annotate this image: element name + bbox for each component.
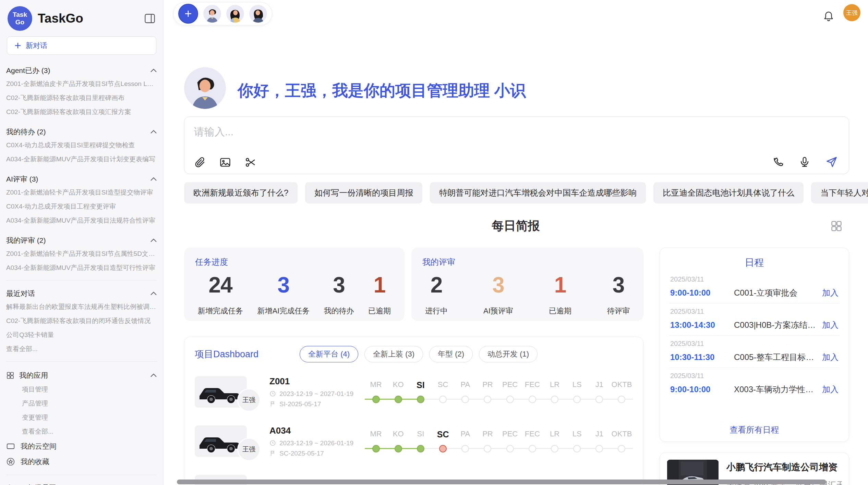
milestone-label: PA [454,430,477,439]
dashboard-filter-chip[interactable]: 年型 (2) [429,346,473,362]
dashboard-filter-chip[interactable]: 全新平台 (4) [300,346,358,362]
agent-avatar-2[interactable] [226,5,244,23]
send-icon[interactable] [825,156,838,168]
sidebar-item[interactable]: A034-全新新能源MUV产品开发项目法规符合性评审 [6,213,157,227]
milestone-dots [365,395,633,404]
news-title: 小鹏飞行汽车制造公司增资 [726,461,842,473]
sidebar-item[interactable]: C0X4-动力总成开发项目SI里程碑提交物检查 [6,138,157,152]
notification-bell-icon[interactable] [823,10,834,21]
new-chat-button[interactable]: 新对话 [7,36,156,55]
dashboard-filter-chip[interactable]: 动总开发 (1) [479,346,538,362]
suggestion-chip[interactable]: 如何写一份清晰的项目周报 [305,182,422,203]
agent-avatar-1[interactable] [203,5,221,23]
recent-chat-item[interactable]: 公司Q3轻卡销量 [6,328,157,342]
milestone-track: MRKOSISCPAPRPECFECLRLSJ1OKTB [365,380,633,404]
sidebar-item[interactable]: Z001-全新燃油皮卡产品开发项目SI节点Lesson Learn报告 [6,77,157,91]
schedule-time: 10:30-11:30 [670,352,734,362]
app-item[interactable]: 项目管理 [6,382,157,396]
recent-chat-item[interactable]: C02-飞腾新能源轻客改款项目的闭环通告反馈情况 [6,314,157,328]
stat-value: 3 [613,272,625,298]
project-row[interactable]: 王强 Z001 2023-12-19 ~ 2027-01-19 SI-2025-… [195,372,633,412]
chevron-up-icon[interactable] [150,373,157,377]
schedule-date: 2025/03/11 [670,275,839,283]
sidebar-toggle-icon[interactable] [144,13,156,24]
app-item[interactable]: 产品管理 [6,396,157,410]
sidebar-section-label: 我的待办 (2) [6,127,46,137]
suggestion-chip[interactable]: 特朗普可能对进口汽车增税会对中国车企造成哪些影响 [430,182,646,203]
sidebar-item[interactable]: Z001-全新燃油轻卡产品开发项目SI节点属性5D文件评审 [6,247,157,261]
screenshot-scissors-icon[interactable] [245,157,256,168]
sidebar-section-header[interactable]: Agent已办 (3) [6,64,157,77]
stat: 3我的待办 [324,272,354,316]
dashboard-filters: 全新平台 (4)全新上装 (3)年型 (2)动总开发 (1) [300,346,538,362]
attachment-icon[interactable] [194,157,206,168]
agent-pill-bar [173,2,272,25]
milestone-dot-column [588,395,611,404]
app-item[interactable]: 变更管理 [6,410,157,424]
divider [6,361,157,362]
agent-avatar-3[interactable] [249,5,267,23]
microphone-icon[interactable] [799,156,810,168]
sidebar-item[interactable]: A034-全新新能源MUV产品开发项目计划变更表编写 [6,152,157,166]
voice-call-icon[interactable] [772,156,784,168]
project-row[interactable]: 王强 A034 2023-12-19 ~ 2026-01-19 SC-2025-… [195,421,633,461]
chevron-up-icon[interactable] [150,291,157,296]
sidebar-item[interactable]: A034-全新新能源MUV产品开发项目造型可行性评审 [6,261,157,275]
sidebar-section-header[interactable]: 我的待办 (2) [6,126,157,138]
milestone-dot [506,396,514,403]
layout-grid-icon[interactable] [830,220,843,232]
join-meeting-link[interactable]: 加入 [822,287,839,298]
sidebar-scroll-area: Agent已办 (3)Z001-全新燃油皮卡产品开发项目SI节点Lesson L… [6,58,157,485]
chevron-up-icon[interactable] [150,177,157,181]
milestone-label: SI [409,380,432,390]
schedule-event-title: X003-车辆动力学性能验... [734,384,818,395]
horizontal-scrollbar[interactable] [177,480,826,484]
user-avatar[interactable]: 王强 [843,4,860,21]
sidebar-section-header-apps[interactable]: 我的应用 [6,369,157,382]
view-all-schedule-link[interactable]: 查看所有日程 [669,421,840,437]
milestone-dot [372,445,380,452]
chevron-up-icon[interactable] [150,238,157,242]
milestone-dot [573,396,581,403]
milestone-dot [595,396,603,403]
join-meeting-link[interactable]: 加入 [822,352,839,363]
milestone-dot [529,445,536,452]
milestone-dot-column [432,395,454,404]
milestone-dot-column [521,395,543,404]
chevron-up-icon[interactable] [150,130,157,134]
sidebar-item[interactable]: C02-飞腾新能源轻客改款项目里程碑画布 [6,91,157,105]
clock-icon [269,440,276,446]
suggestion-chip[interactable]: 当下年轻人对汽车外观有怎样的喜好趋势 [811,182,868,203]
sidebar-section-header[interactable]: 我的评审 (2) [6,234,157,247]
add-agent-button[interactable] [178,4,198,24]
image-upload-icon[interactable] [219,157,231,168]
join-meeting-link[interactable]: 加入 [822,384,839,395]
view-all-recent-link[interactable]: 查看全部... [6,342,157,356]
dashboard-filter-chip[interactable]: 全新上装 (3) [364,346,423,362]
message-composer [184,116,849,174]
suggestion-chip[interactable]: 欧洲新规最近颁布了什么? [184,182,298,203]
milestone-dot-column [499,444,521,453]
sidebar-section-header-recent[interactable]: 最近对话 [6,287,157,300]
join-meeting-link[interactable]: 加入 [822,320,839,331]
milestone-dot-column [409,444,432,453]
milestone-dot [618,445,625,452]
sidebar-item-cloud-space[interactable]: 我的云空间 [6,438,157,454]
clock-icon [269,390,276,397]
milestone-dot [395,445,402,452]
sidebar-item[interactable]: Z001-全新燃油轻卡产品开发项目SI造型提交物评审 [6,185,157,199]
recent-chat-item[interactable]: 解释最新出台的欧盟报废车法规再生塑料比例被调至15%... [6,300,157,314]
stat-label: 已逾期 [549,306,571,316]
suggestion-chip[interactable]: 比亚迪全固态电池计划具体说了什么 [653,182,804,203]
message-input[interactable] [193,124,503,146]
sidebar-item-ai-super-staff[interactable]: AI超级员工 [6,480,157,485]
sidebar-section-label: Agent已办 (3) [6,66,50,75]
sidebar-item[interactable]: C02-飞腾新能源轻客改款项目立项汇报方案 [6,105,157,119]
sidebar-section-header[interactable]: AI评审 (3) [6,173,157,185]
view-all-apps-link[interactable]: 查看全部... [6,424,157,438]
stat: 3新增AI完成任务 [257,272,310,316]
sidebar-item[interactable]: C0X4-动力总成开发项目工程变更评审 [6,199,157,213]
sidebar-item-favorites[interactable]: 我的收藏 [6,454,157,469]
schedule-item: 2025/03/1113:00-14:30C003|H0B-方案冻结评审加入 [669,303,840,336]
chevron-up-icon[interactable] [150,69,157,73]
